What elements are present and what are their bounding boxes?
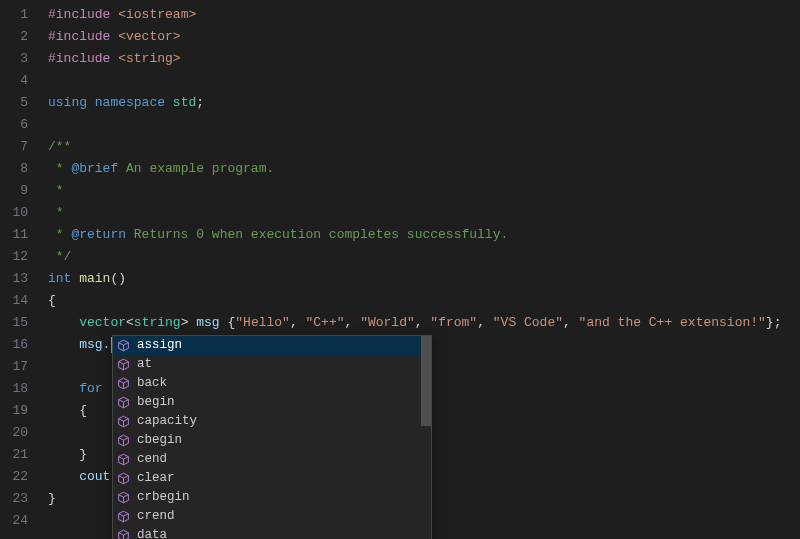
suggest-item[interactable]: clear <box>113 469 431 488</box>
code-line[interactable] <box>48 70 800 92</box>
keyword: using <box>48 95 95 110</box>
suggest-label: cend <box>137 450 167 469</box>
line-number: 18 <box>0 378 28 400</box>
scrollbar-thumb[interactable] <box>421 336 431 426</box>
line-number: 20 <box>0 422 28 444</box>
code-line[interactable]: * @brief An example program. <box>48 158 800 180</box>
identifier: cout <box>79 469 110 484</box>
intellisense-popup[interactable]: assign at back begin capacity cbegin cen… <box>112 335 432 539</box>
line-number-gutter: 1 2 3 4 5 6 7 8 9 10 11 12 13 14 15 16 1… <box>0 0 40 539</box>
suggest-label: cbegin <box>137 431 182 450</box>
doc-tag: @return <box>71 227 126 242</box>
keyword: int <box>48 271 79 286</box>
suggest-item[interactable]: crbegin <box>113 488 431 507</box>
punct: () <box>110 271 126 286</box>
code-editor[interactable]: 1 2 3 4 5 6 7 8 9 10 11 12 13 14 15 16 1… <box>0 0 800 539</box>
code-line[interactable]: * @return Returns 0 when execution compl… <box>48 224 800 246</box>
suggest-label: crbegin <box>137 488 190 507</box>
line-number: 4 <box>0 70 28 92</box>
function: main <box>79 271 110 286</box>
line-number: 21 <box>0 444 28 466</box>
code-line[interactable]: * <box>48 202 800 224</box>
suggest-item[interactable]: cbegin <box>113 431 431 450</box>
suggest-item[interactable]: crend <box>113 507 431 526</box>
code-line[interactable]: using namespace std; <box>48 92 800 114</box>
include-target: <string> <box>118 51 180 66</box>
line-number: 13 <box>0 268 28 290</box>
suggest-label: crend <box>137 507 175 526</box>
line-number: 3 <box>0 48 28 70</box>
doc-comment: * <box>48 227 71 242</box>
line-number: 16 <box>0 334 28 356</box>
code-line[interactable]: /** <box>48 136 800 158</box>
type: string <box>134 315 181 330</box>
brace: { <box>48 293 56 308</box>
doc-comment: /** <box>48 139 71 154</box>
preprocessor: #include <box>48 29 118 44</box>
code-line[interactable] <box>48 114 800 136</box>
brace: { <box>79 403 87 418</box>
doc-comment: * <box>48 183 64 198</box>
doc-comment: */ <box>48 249 71 264</box>
line-number: 2 <box>0 26 28 48</box>
method-icon <box>115 471 131 487</box>
suggest-label: back <box>137 374 167 393</box>
punct: ; <box>196 95 204 110</box>
line-number: 10 <box>0 202 28 224</box>
line-number: 7 <box>0 136 28 158</box>
suggest-label: assign <box>137 336 182 355</box>
line-number: 23 <box>0 488 28 510</box>
doc-comment: Returns 0 when execution completes succe… <box>126 227 508 242</box>
include-target: <vector> <box>118 29 180 44</box>
suggest-item[interactable]: assign <box>113 336 431 355</box>
suggest-item[interactable]: data <box>113 526 431 539</box>
suggest-label: clear <box>137 469 175 488</box>
brace: } <box>48 491 56 506</box>
suggest-label: capacity <box>137 412 197 431</box>
include-target: <iostream> <box>118 7 196 22</box>
suggest-item[interactable]: at <box>113 355 431 374</box>
method-icon <box>115 376 131 392</box>
code-line[interactable]: * <box>48 180 800 202</box>
method-icon <box>115 490 131 506</box>
code-line[interactable]: */ <box>48 246 800 268</box>
scrollbar[interactable] <box>421 336 431 539</box>
suggest-item[interactable]: back <box>113 374 431 393</box>
line-number: 15 <box>0 312 28 334</box>
code-line[interactable]: int main() <box>48 268 800 290</box>
line-number: 24 <box>0 510 28 532</box>
code-line[interactable]: #include <vector> <box>48 26 800 48</box>
method-icon <box>115 433 131 449</box>
preprocessor: #include <box>48 51 118 66</box>
identifier: msg <box>196 315 227 330</box>
line-number: 19 <box>0 400 28 422</box>
line-number: 8 <box>0 158 28 180</box>
preprocessor: #include <box>48 7 118 22</box>
namespace: std <box>173 95 196 110</box>
line-number: 6 <box>0 114 28 136</box>
keyword: namespace <box>95 95 173 110</box>
code-line[interactable]: vector<string> msg {"Hello", "C++", "Wor… <box>48 312 800 334</box>
suggest-item[interactable]: cend <box>113 450 431 469</box>
method-icon <box>115 357 131 373</box>
doc-comment: An example program. <box>118 161 274 176</box>
doc-comment: * <box>48 205 64 220</box>
keyword: for <box>79 381 110 396</box>
code-line[interactable]: #include <string> <box>48 48 800 70</box>
method-icon <box>115 414 131 430</box>
line-number: 17 <box>0 356 28 378</box>
suggest-label: at <box>137 355 152 374</box>
brace: } <box>79 447 87 462</box>
suggest-item[interactable]: capacity <box>113 412 431 431</box>
line-number: 9 <box>0 180 28 202</box>
line-number: 22 <box>0 466 28 488</box>
method-icon <box>115 509 131 525</box>
code-line[interactable]: { <box>48 290 800 312</box>
type: vector <box>79 315 126 330</box>
line-number: 5 <box>0 92 28 114</box>
suggest-label: begin <box>137 393 175 412</box>
suggest-item[interactable]: begin <box>113 393 431 412</box>
line-number: 1 <box>0 4 28 26</box>
method-icon <box>115 452 131 468</box>
code-line[interactable]: #include <iostream> <box>48 4 800 26</box>
